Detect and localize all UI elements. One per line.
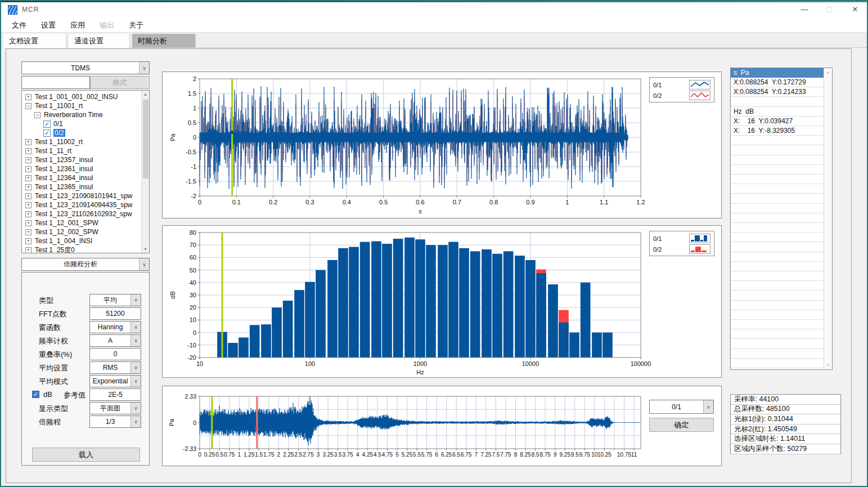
- scroll-down-icon[interactable]: ▼: [142, 247, 149, 252]
- expand-plus-icon[interactable]: +: [25, 211, 32, 217]
- title-bar[interactable]: MCR — ▢ ✕: [1, 1, 867, 18]
- type-select[interactable]: 平均∨: [89, 294, 141, 306]
- readout-row[interactable]: [731, 184, 825, 194]
- tree-item-label[interactable]: Test 1_11001_rt: [35, 102, 83, 110]
- tree-item[interactable]: −Test 1_11001_rt: [25, 101, 83, 110]
- channel-select[interactable]: 0/1∨: [649, 400, 714, 414]
- scroll-up-icon[interactable]: ▲: [142, 92, 149, 97]
- tree-item-label[interactable]: 0/2: [53, 129, 65, 137]
- file-format-select[interactable]: TDMS∨: [21, 61, 150, 74]
- readout-row[interactable]: Hz dB: [731, 107, 825, 117]
- readout-row[interactable]: [731, 175, 825, 184]
- readout-row[interactable]: [731, 320, 825, 329]
- readout-row[interactable]: [731, 301, 825, 310]
- tree-item-label[interactable]: Test 1_25度0: [35, 245, 75, 254]
- scroll-down-icon[interactable]: ▼: [824, 363, 832, 368]
- readout-scrollbar[interactable]: ▲▼: [824, 68, 832, 369]
- readout-header[interactable]: s Pa: [731, 68, 825, 78]
- readout-row[interactable]: [731, 194, 825, 204]
- tree-item-label[interactable]: Test 1_12357_insul: [35, 156, 93, 164]
- tree-item[interactable]: +Test 1_123_211026102932_spw: [25, 209, 132, 218]
- scrollbar-thumb[interactable]: [143, 100, 149, 178]
- tree-item[interactable]: +Test 1_11_rt: [25, 146, 71, 155]
- tree-item-label[interactable]: Test 1_11_rt: [35, 147, 71, 155]
- readout-row[interactable]: [731, 136, 825, 145]
- menu-item-about[interactable]: 关于: [127, 19, 145, 32]
- expand-plus-icon[interactable]: +: [25, 247, 32, 253]
- tree-item-label[interactable]: Test 1_123_210914094435_spw: [35, 201, 132, 209]
- tree-item[interactable]: +Test 1_12_002_SPW: [25, 227, 98, 236]
- tree-item[interactable]: +Test 1_12364_insul: [25, 173, 93, 182]
- tree-scrollbar[interactable]: ▲▼: [141, 91, 149, 253]
- collapse-minus-icon[interactable]: −: [25, 103, 32, 109]
- tree-item[interactable]: +Test 1_001_001_002_INSU: [25, 92, 118, 101]
- tree-item[interactable]: +Test 1_123_210914094435_spw: [25, 200, 132, 209]
- readout-row[interactable]: [731, 359, 825, 368]
- readout-row[interactable]: [731, 310, 825, 320]
- tree-item-label[interactable]: Test 1_12_001_SPW: [35, 219, 98, 227]
- spectrum-bar-chart[interactable]: -20-100102030405060708010100100010000100…: [162, 225, 722, 378]
- readout-row[interactable]: [731, 243, 825, 252]
- readout-row[interactable]: [731, 146, 825, 155]
- analysis-type-select[interactable]: 倍频程分析∨: [21, 258, 150, 271]
- cursor-readout-list[interactable]: s PaX:0.088254 Y:0.172729X:0.088254 Y:0.…: [730, 68, 833, 370]
- expand-plus-icon[interactable]: +: [25, 148, 32, 154]
- readout-row[interactable]: [731, 165, 825, 175]
- readout-row[interactable]: [731, 291, 825, 301]
- close-button[interactable]: ✕: [845, 1, 865, 17]
- tree-item-label[interactable]: Test 1_11002_rt: [35, 138, 83, 146]
- tree-item[interactable]: +Test 1_12_001_SPW: [25, 218, 98, 227]
- readout-row[interactable]: X: 16 Y:-8.329305: [731, 126, 825, 136]
- tree-item-label[interactable]: Test 1_12361_insul: [35, 165, 93, 173]
- tree-item-label[interactable]: Test 1_001_001_002_INSU: [35, 93, 118, 101]
- tree-item[interactable]: −Reverberation Time: [34, 110, 103, 119]
- tree-item[interactable]: +Test 1_123_210908101941_spw: [25, 191, 132, 200]
- tree-item[interactable]: ✓0/2: [43, 128, 65, 137]
- expand-plus-icon[interactable]: +: [25, 202, 32, 208]
- confirm-button[interactable]: 确定: [649, 418, 714, 432]
- window-function-select[interactable]: Hanning∨: [89, 321, 141, 333]
- menu-item-file[interactable]: 文件: [10, 19, 28, 32]
- tab-document-settings[interactable]: 文档设置: [3, 34, 66, 48]
- db-checkbox[interactable]: ✓: [32, 391, 39, 398]
- readout-row[interactable]: X:0.088254 Y:0.214233: [731, 87, 825, 97]
- tree-item[interactable]: +Test 1_12357_insul: [25, 155, 93, 164]
- filter-input[interactable]: [21, 76, 90, 89]
- tree-item[interactable]: +Test 1_12361_insul: [25, 164, 93, 173]
- expand-plus-icon[interactable]: +: [25, 193, 32, 199]
- tree-item-label[interactable]: Test 1_12_002_SPW: [35, 228, 98, 236]
- expand-plus-icon[interactable]: +: [25, 94, 32, 100]
- scroll-up-icon[interactable]: ▲: [824, 70, 832, 75]
- channel-checkbox[interactable]: ✓: [43, 120, 51, 128]
- readout-row[interactable]: [731, 262, 825, 271]
- tree-item-label[interactable]: Test 1_12365_insul: [35, 183, 93, 191]
- channel-checkbox[interactable]: ✓: [43, 129, 51, 137]
- overlap-input[interactable]: [89, 348, 141, 360]
- tree-item-label[interactable]: 0/1: [53, 120, 63, 128]
- expand-plus-icon[interactable]: +: [25, 166, 32, 172]
- format-button[interactable]: 格式: [90, 76, 150, 89]
- tree-item-label[interactable]: Test 1_12364_insul: [35, 174, 93, 182]
- average-mode-select[interactable]: Exponential∨: [89, 375, 141, 387]
- tab-time-frequency-analysis[interactable]: 时频分析: [132, 34, 196, 48]
- readout-row[interactable]: [731, 271, 825, 281]
- readout-row[interactable]: [731, 97, 825, 107]
- load-button[interactable]: 载入: [32, 448, 140, 462]
- tree-item-label[interactable]: Test 1_1_004_INSI: [35, 237, 92, 245]
- expand-plus-icon[interactable]: +: [25, 139, 32, 145]
- readout-row[interactable]: [731, 223, 825, 233]
- tree-item[interactable]: +Test 1_11002_rt: [25, 137, 83, 146]
- tab-channel-settings[interactable]: 通道设置: [68, 34, 130, 48]
- expand-plus-icon[interactable]: +: [25, 157, 32, 163]
- minimize-button[interactable]: —: [795, 1, 814, 17]
- readout-row[interactable]: [731, 204, 825, 213]
- readout-row[interactable]: X: 16 Y:0.039427: [731, 117, 825, 126]
- readout-row[interactable]: [731, 349, 825, 359]
- display-type-select[interactable]: 平面图∨: [89, 402, 141, 414]
- readout-row[interactable]: [731, 155, 825, 165]
- menu-item-apply[interactable]: 应用: [69, 19, 87, 32]
- average-setting-select[interactable]: RMS∨: [89, 361, 141, 374]
- octave-select[interactable]: 1/3∨: [89, 415, 141, 428]
- readout-row[interactable]: [731, 252, 825, 262]
- readout-row[interactable]: [731, 233, 825, 242]
